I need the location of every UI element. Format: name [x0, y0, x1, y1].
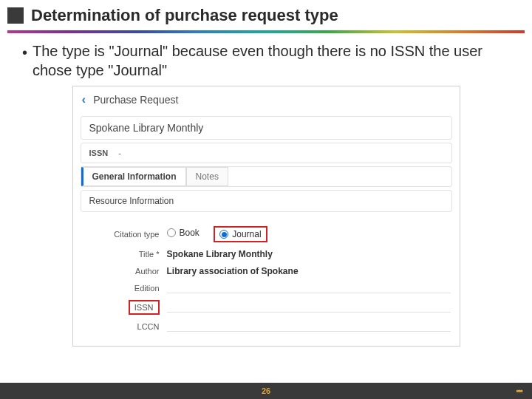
row-author: Author Library association of Spokane	[82, 266, 451, 276]
slide-footer: 26 •••	[0, 383, 532, 399]
section-header: Resource Information	[81, 190, 452, 212]
label-title: Title *	[82, 250, 167, 259]
row-lccn: LCCN	[82, 321, 451, 332]
input-issn[interactable]	[167, 302, 451, 313]
input-edition[interactable]	[167, 283, 451, 293]
value-title[interactable]: Spokane Library Monthly	[167, 249, 451, 259]
item-name: Spokane Library Monthly	[89, 122, 204, 134]
page-number: 26	[262, 386, 270, 395]
label-lccn: LCCN	[82, 322, 167, 331]
row-citation-type: Citation type Book Journal	[82, 226, 451, 242]
input-lccn[interactable]	[167, 321, 451, 332]
issn-label-highlight-box: ISSN	[129, 300, 160, 315]
row-edition: Edition	[82, 283, 451, 293]
radio-circle-icon	[167, 228, 176, 237]
label-author: Author	[82, 267, 167, 276]
purchase-request-card: ‹ Purchase Request Spokane Library Month…	[72, 86, 460, 347]
row-title: Title * Spokane Library Monthly	[82, 249, 451, 259]
radio-book[interactable]: Book	[167, 228, 200, 238]
radio-journal-label: Journal	[232, 229, 261, 239]
footer-dots-icon: •••	[516, 386, 522, 397]
bullet-dot-icon: •	[22, 42, 33, 80]
back-chevron-icon[interactable]: ‹	[82, 92, 86, 107]
section-title: Resource Information	[89, 196, 174, 206]
value-author[interactable]: Library association of Spokane	[167, 266, 451, 276]
bullet-row: • The type is "Journal" because even tho…	[22, 42, 511, 80]
slide-title-row: Determination of purchase request type	[0, 0, 532, 28]
item-name-panel: Spokane Library Monthly	[81, 116, 452, 140]
radio-journal[interactable]: Journal	[219, 229, 261, 239]
journal-highlight-box: Journal	[214, 226, 267, 242]
issn-summary-panel: ISSN -	[81, 143, 452, 163]
card-header: ‹ Purchase Request	[73, 86, 460, 113]
issn-summary-label: ISSN	[89, 149, 109, 157]
bullet-text: The type is "Journal" because even thoug…	[33, 42, 511, 80]
label-citation-type: Citation type	[82, 230, 167, 239]
issn-summary-value: -	[118, 149, 121, 157]
tab-notes[interactable]: Notes	[186, 167, 228, 186]
slide-title: Determination of purchase request type	[31, 6, 338, 25]
radio-circle-selected-icon	[219, 230, 228, 239]
label-issn: ISSN	[134, 303, 154, 312]
row-issn: ISSN	[82, 300, 451, 315]
bullet-area: • The type is "Journal" because even tho…	[0, 33, 532, 86]
tabs-panel: General Information Notes	[81, 166, 452, 187]
label-edition: Edition	[82, 284, 167, 293]
radio-book-label: Book	[180, 228, 200, 238]
card-title: Purchase Request	[93, 94, 178, 106]
tab-general-information[interactable]: General Information	[81, 167, 186, 186]
title-square-icon	[7, 7, 24, 24]
resource-form: Citation type Book Journal Title * Spoka…	[73, 215, 460, 346]
